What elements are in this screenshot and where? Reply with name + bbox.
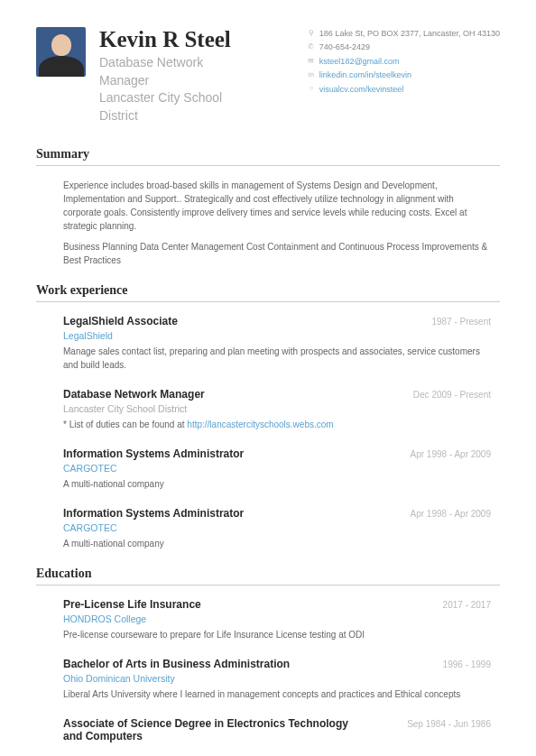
job-company-link[interactable]: LegalShield (63, 330, 491, 341)
degree-title: Associate of Science Degree in Electroni… (63, 717, 370, 742)
job-dates: Apr 1998 - Apr 2009 (410, 449, 491, 459)
section-title-work: Work experience (36, 283, 500, 302)
job-dates: Dec 2009 - Present (413, 390, 491, 400)
job-title: Information Systems Administrator (63, 507, 244, 520)
mail-icon: ✉ (308, 56, 315, 68)
job-company-link[interactable]: CARGOTEC (63, 463, 491, 474)
section-title-summary: Summary (36, 147, 500, 166)
job-description: Manage sales contact list, preparing and… (63, 345, 491, 372)
contact-info: ⚲ 186 Lake St, PO BOX 2377, Lancaster, O… (308, 27, 500, 124)
education-description: Liberal Arts University where I learned … (63, 687, 491, 701)
job-title: Database Network Manager (63, 388, 205, 401)
job-title: Information Systems Administrator (63, 447, 244, 460)
job-entry: Information Systems Administrator Apr 19… (63, 507, 491, 550)
contact-address: ⚲ 186 Lake St, PO BOX 2377, Lancaster, O… (308, 27, 500, 40)
pin-icon: ⚲ (308, 28, 315, 40)
avatar (36, 27, 86, 77)
contact-phone: ✆ 740-654-2429 (308, 41, 500, 53)
education-description: Pre-license courseware to prepare for Li… (63, 628, 491, 641)
job-title: LegalShield Associate (63, 315, 178, 327)
globe-icon: ○ (308, 83, 315, 95)
school-link[interactable]: HONDROS College (63, 613, 491, 624)
education-dates: Sep 1984 - Jun 1986 (407, 719, 491, 729)
education-entry: Bachelor of Arts in Business Administrat… (63, 658, 491, 701)
education-dates: 1996 - 1999 (443, 659, 491, 669)
work-section: Work experience LegalShield Associate 19… (36, 283, 500, 550)
job-entry: Database Network Manager Dec 2009 - Pres… (63, 388, 491, 431)
job-company: Lancaster City School District (63, 403, 491, 414)
section-title-education: Education (36, 567, 500, 585)
duties-link[interactable]: http://lancastercityschools.webs.com (187, 419, 333, 429)
job-entry: Information Systems Administrator Apr 19… (63, 447, 491, 491)
education-dates: 2017 - 2017 (443, 600, 491, 610)
contact-email[interactable]: ✉ ksteel182@gmail.com (308, 55, 500, 68)
name-block: Kevin R Steel Database Network Manager L… (99, 27, 294, 124)
contact-linkedin[interactable]: in linkedin.com/in/steelkevin (308, 69, 500, 81)
job-description: * List of duties can be found at http://… (63, 418, 491, 431)
school-link[interactable]: Ohio Dominican University (63, 673, 491, 684)
degree-title: Bachelor of Arts in Business Administrat… (63, 658, 290, 670)
education-entry: Associate of Science Degree in Electroni… (63, 717, 491, 742)
phone-icon: ✆ (308, 41, 315, 53)
job-dates: 1987 - Present (431, 317, 491, 327)
education-section: Education Pre-License Life Insurance 201… (36, 567, 500, 742)
resume-header: Kevin R Steel Database Network Manager L… (36, 27, 500, 124)
person-name: Kevin R Steel (99, 27, 294, 52)
job-company-link[interactable]: CARGOTEC (63, 522, 491, 533)
job-description: A multi-national company (63, 537, 491, 550)
job-dates: Apr 1998 - Apr 2009 (410, 509, 491, 519)
job-description: A multi-national company (63, 477, 491, 491)
job-title-header: Database Network Manager Lancaster City … (99, 54, 253, 124)
summary-paragraph: Experience includes broad-based skills i… (63, 179, 491, 233)
job-entry: LegalShield Associate 1987 - Present Leg… (63, 315, 491, 372)
education-entry: Pre-License Life Insurance 2017 - 2017 H… (63, 598, 491, 641)
degree-title: Pre-License Life Insurance (63, 598, 201, 611)
contact-visualcv[interactable]: ○ visualcv.com/kevinsteel (308, 83, 500, 96)
summary-section: Summary Experience includes broad-based … (36, 147, 500, 267)
summary-paragraph: Business Planning Data Center Management… (63, 240, 491, 267)
linkedin-icon: in (308, 69, 315, 81)
